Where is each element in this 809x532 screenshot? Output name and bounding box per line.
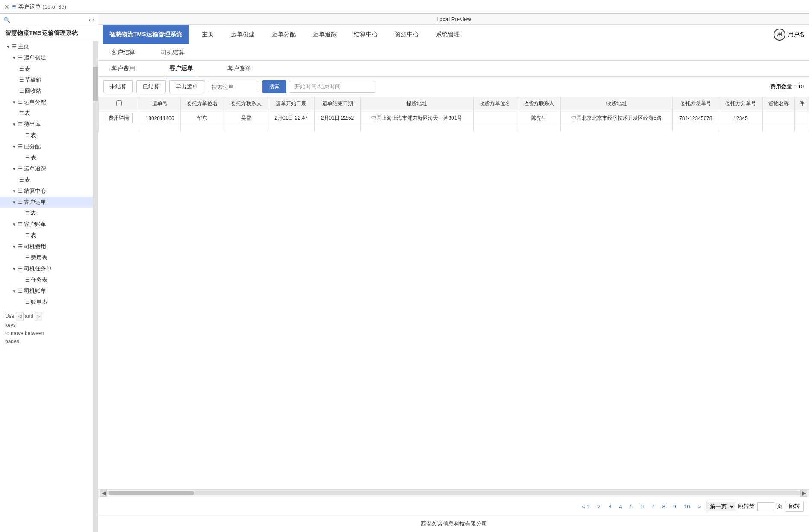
top-nav: 智慧物流TMS运输管理系统 主页 运单创建 运单分配 运单追踪 结算中心 资源中…	[98, 25, 809, 44]
nav-settlement[interactable]: 结算中心	[345, 28, 386, 41]
sidebar-item-driver-bill-table[interactable]: ☰ 账单表	[0, 297, 93, 308]
page-3[interactable]: 3	[606, 503, 614, 511]
page-9[interactable]: 9	[671, 503, 679, 511]
page-8[interactable]: 8	[659, 503, 668, 511]
td-empty-delivery	[561, 126, 673, 132]
sidebar-scrollbar[interactable]	[93, 41, 98, 532]
th-delivery-addr: 收货地址	[561, 97, 673, 110]
sidebar-item-assigned[interactable]: ▼ ☰ 已分配	[0, 141, 93, 152]
page-10[interactable]: 10	[681, 503, 692, 511]
btn-fee-detail[interactable]: 费用详情	[105, 113, 133, 123]
btn-search[interactable]: 搜索	[262, 80, 286, 93]
search-icon: 🔍	[3, 17, 10, 23]
subnav2-customer-waybill[interactable]: 客户运单	[165, 61, 197, 76]
scrollbar-thumb[interactable]	[109, 491, 194, 495]
toolbar: 未结算 已结算 导出运单 搜索 开始时间-结束时间 费用数量：10	[98, 77, 809, 97]
page-5[interactable]: 5	[627, 503, 635, 511]
page-2[interactable]: 2	[595, 503, 603, 511]
page-select[interactable]: 第一页	[706, 502, 735, 511]
sidebar-nav-next[interactable]: ›	[92, 16, 94, 23]
nav-tracking[interactable]: 运单追踪	[304, 28, 345, 41]
sidebar-item-customer-bill[interactable]: ▼ ☰ 客户账单	[0, 219, 93, 230]
th-main-no: 委托方总单号	[672, 97, 719, 110]
window-title: 客户运单	[18, 3, 41, 11]
sidebar-item-pending-out[interactable]: ▼ ☰ 待出库	[0, 119, 93, 130]
page-7[interactable]: 7	[649, 503, 657, 511]
td-empty-sub-no	[719, 126, 762, 132]
scroll-left-arrow[interactable]: ◀	[100, 490, 107, 497]
th-consignor-contact: 委托方联系人	[224, 97, 268, 110]
page-jump-input[interactable]	[757, 502, 774, 511]
sidebar-item-driver-fee-table[interactable]: ☰ 费用表	[0, 252, 93, 263]
nav-brand: 智慧物流TMS运输管理系统	[103, 25, 189, 44]
fee-count-label: 费用数量：10	[770, 83, 804, 91]
page-next[interactable]: >	[695, 503, 703, 511]
nav-waybill-create[interactable]: 运单创建	[222, 28, 263, 41]
td-empty-receiver-contact	[517, 126, 560, 132]
footer: 西安久诺信息科技有限公司	[98, 515, 809, 532]
nav-waybill-assign[interactable]: 运单分配	[263, 28, 304, 41]
sidebar-item-waybill-create[interactable]: ▼ ☰ 运单创建	[0, 52, 93, 63]
btn-settled[interactable]: 已结算	[136, 80, 166, 93]
sidebar-item-assign-table[interactable]: ☰ 表	[0, 108, 93, 119]
select-all-checkbox[interactable]	[116, 100, 122, 106]
scroll-right-arrow[interactable]: ▶	[800, 490, 807, 497]
sidebar-nav-prev[interactable]: ‹	[89, 16, 91, 23]
td-pieces	[794, 110, 809, 126]
sidebar-item-settlement[interactable]: ▼ ☰ 结算中心	[0, 185, 93, 197]
subnav2-customer-fee[interactable]: 客户费用	[107, 61, 139, 76]
td-sub-no: 12345	[719, 110, 762, 126]
subnav1-customer-settlement[interactable]: 客户结算	[107, 44, 139, 60]
page-jump-button[interactable]: 跳转	[785, 501, 804, 512]
sidebar-item-customer-waybill[interactable]: ▼ ☰ 客户运单	[0, 197, 93, 208]
th-pickup-addr: 提货地址	[361, 97, 473, 110]
sidebar-item-create-table[interactable]: ☰ 表	[0, 63, 93, 74]
horizontal-scrollbar[interactable]: ◀ ▶	[98, 489, 809, 497]
nav-resources[interactable]: 资源中心	[386, 28, 427, 41]
subnav2-customer-bill[interactable]: 客户账单	[223, 61, 256, 76]
user-icon: 用	[774, 29, 785, 41]
td-empty-pieces	[794, 126, 809, 132]
content-area: Local Preview 智慧物流TMS运输管理系统 主页 运单创建 运单分配…	[98, 14, 809, 532]
subnav1-driver-settlement[interactable]: 司机结算	[156, 44, 189, 60]
th-goods-name: 货物名称	[762, 97, 794, 110]
td-consignor-contact: 吴雪	[224, 110, 268, 126]
td-empty-receiver-unit	[473, 126, 517, 132]
sidebar-item-assigned-table[interactable]: ☰ 表	[0, 152, 93, 163]
sidebar-item-driver-bill[interactable]: ▼ ☰ 司机账单	[0, 285, 93, 297]
nav-home[interactable]: 主页	[193, 28, 222, 41]
sidebar-item-waybill-assign[interactable]: ▼ ☰ 运单分配	[0, 97, 93, 108]
sidebar-item-tracking[interactable]: ▼ ☰ 运单追踪	[0, 163, 93, 174]
th-sub-no: 委托方分单号	[719, 97, 762, 110]
sidebar-search-input[interactable]	[12, 17, 87, 23]
search-waybill-input[interactable]	[208, 82, 259, 92]
sidebar-item-tracking-table[interactable]: ☰ 表	[0, 174, 93, 185]
page-6[interactable]: 6	[638, 503, 646, 511]
sub-nav-1: 客户结算 司机结算	[98, 44, 809, 61]
btn-unsettled[interactable]: 未结算	[103, 80, 133, 93]
local-preview-label: Local Preview	[436, 16, 471, 22]
td-receiver-contact: 陈先生	[517, 110, 560, 126]
sidebar-item-customer-waybill-table[interactable]: ☰ 表	[0, 208, 93, 219]
page-4[interactable]: 4	[617, 503, 625, 511]
sidebar-item-customer-bill-table[interactable]: ☰ 表	[0, 230, 93, 241]
page-unit-label: 页	[777, 503, 783, 510]
page-prev[interactable]: < 1	[580, 503, 592, 511]
nav-system[interactable]: 系统管理	[427, 28, 468, 41]
btn-export[interactable]: 导出运单	[169, 80, 204, 93]
th-consignor-unit: 委托方单位名	[180, 97, 224, 110]
nav-user: 用 用户名	[774, 29, 805, 41]
sidebar-item-driver-task[interactable]: ▼ ☰ 司机任务单	[0, 263, 93, 274]
sidebar-item-recycle[interactable]: ☰ 回收站	[0, 85, 93, 97]
sidebar-item-home[interactable]: ▼ ☰ 主页	[0, 41, 93, 52]
td-empty-detail	[99, 126, 139, 132]
sidebar-item-draft[interactable]: ☰ 草稿箱	[0, 74, 93, 85]
scrollbar-track	[107, 491, 800, 495]
td-empty-main-no	[672, 126, 719, 132]
sidebar-item-driver-task-table[interactable]: ☰ 任务表	[0, 274, 93, 285]
sidebar-item-driver-fee[interactable]: ▼ ☰ 司机费用	[0, 241, 93, 252]
sidebar-item-pending-table[interactable]: ☰ 表	[0, 130, 93, 141]
close-icon: ✕	[4, 3, 9, 10]
td-detail: 费用详情	[99, 110, 139, 126]
date-range-label: 开始时间-结束时间	[290, 81, 375, 93]
